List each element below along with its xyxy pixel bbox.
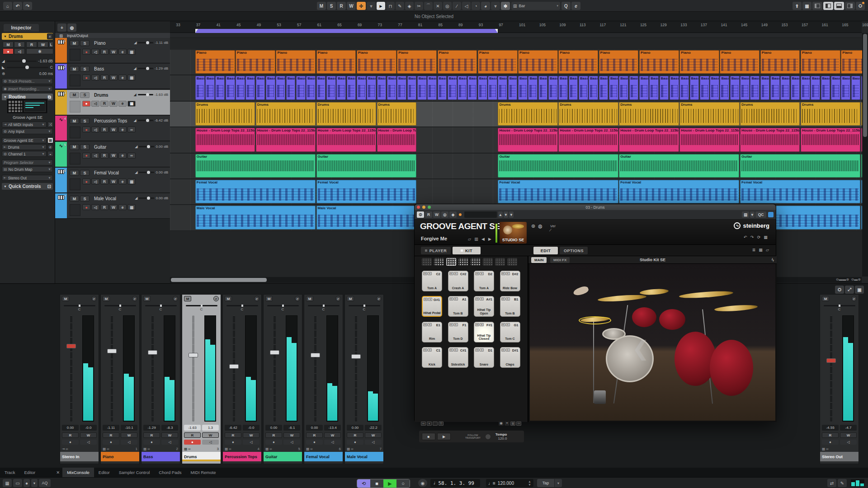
lane-bass[interactable]: BassBassBassBassBassBassBassBassBassBass… bbox=[170, 75, 862, 101]
track-edit-button[interactable]: e bbox=[118, 101, 127, 107]
strip-edit-button[interactable]: e bbox=[213, 296, 219, 301]
lane-femal-vocal[interactable]: Femal VocalFemal VocalFemal VocalFemal V… bbox=[170, 179, 862, 205]
pan-slider[interactable] bbox=[145, 305, 177, 306]
strip-edit-button[interactable]: e bbox=[91, 296, 97, 301]
plugin-sidechain-icon[interactable]: ◆ bbox=[449, 211, 457, 218]
clip-bass[interactable]: Bass bbox=[296, 76, 306, 99]
strip-monitor-button[interactable]: ◁ bbox=[80, 440, 97, 445]
clip-bass[interactable]: Bass bbox=[821, 76, 830, 99]
pad-solo-mini[interactable]: s bbox=[428, 272, 432, 275]
strip-edit-button[interactable]: e bbox=[132, 296, 137, 301]
strip-monitor-button[interactable]: ◁ bbox=[365, 440, 382, 445]
pan-slider[interactable] bbox=[349, 305, 380, 306]
clip-piano[interactable]: Piano bbox=[599, 50, 639, 74]
inspector-track-header[interactable]: ▼ Drums bbox=[2, 33, 53, 40]
crash2-cymbal-icon[interactable] bbox=[714, 304, 758, 313]
tool-color-icon[interactable]: ◔ bbox=[472, 2, 480, 10]
strip-mute-button[interactable]: M bbox=[143, 296, 151, 301]
track-record-button[interactable]: ● bbox=[82, 101, 90, 107]
clip-bass[interactable]: Bass bbox=[347, 76, 356, 99]
out-edit-button[interactable]: e bbox=[47, 144, 53, 150]
tool-line-icon[interactable]: ∕ bbox=[453, 2, 461, 10]
strip-name[interactable]: Guitar bbox=[264, 452, 302, 461]
track-monitor-button[interactable]: ◁ bbox=[91, 204, 99, 210]
clip-bass[interactable]: Bass bbox=[215, 76, 225, 99]
track-read-button[interactable]: R bbox=[100, 75, 108, 80]
clip-drums[interactable]: Drums bbox=[316, 102, 376, 126]
strip-mute-button[interactable]: M bbox=[265, 296, 273, 301]
strip-edit-button[interactable]: e bbox=[173, 296, 178, 301]
tempo-spinner-icon[interactable]: ▲▼ bbox=[528, 480, 531, 486]
clip-drums[interactable]: Drums bbox=[256, 102, 316, 126]
lowerzone-tab-chord-pads[interactable]: Chord Pads bbox=[154, 468, 186, 477]
program-selector[interactable]: Program Selector ▼ bbox=[2, 160, 53, 165]
hub-icon[interactable]: ⌂ bbox=[3, 2, 12, 10]
strip-peak-value[interactable]: -6.1 bbox=[283, 425, 300, 431]
track-header-male-vocal[interactable]: 7MSMale Vocal◢0.00 dB●◁RWe▦ bbox=[55, 193, 170, 219]
lightning-icon[interactable]: ϟ bbox=[772, 258, 774, 263]
pad-tom-d[interactable]: msF1Tom D bbox=[448, 322, 468, 343]
pad-mute-mini[interactable]: m bbox=[501, 348, 505, 352]
pad-solo-mini[interactable]: s bbox=[480, 297, 484, 300]
mixer-strip-percussion-tops[interactable]: MeC-6.42-0.0RW●◁▦ ∞4Percussion Tops bbox=[222, 294, 262, 464]
ball-icon[interactable]: ◍ bbox=[538, 223, 542, 229]
strip-edit-button[interactable]: e bbox=[335, 296, 341, 301]
follow-transport-label[interactable]: FOLLOWTRANSPORT bbox=[465, 434, 481, 439]
tab-player[interactable]: PLAYER bbox=[421, 247, 451, 254]
mixer-strip-guitar[interactable]: MeC0.00-6.1RW●◁▦ ∞5Guitar bbox=[263, 294, 302, 464]
clip-guitar[interactable]: Guitar bbox=[619, 154, 739, 178]
strip-peak-value[interactable]: -22.2 bbox=[365, 425, 382, 431]
track-image-box[interactable] bbox=[70, 101, 80, 113]
strip-volume-value[interactable]: -1.11 bbox=[103, 425, 119, 431]
lane-drums[interactable]: DrumsDrumsDrumsDrumsDrumsDrumsDrumsDrums… bbox=[170, 102, 862, 127]
pad-solo-mini[interactable]: s bbox=[428, 348, 432, 352]
clip-bass[interactable]: Bass bbox=[750, 76, 760, 99]
grid-type-select[interactable]: ⊞ Bar ▾ bbox=[511, 2, 560, 10]
cycle-end-flag[interactable] bbox=[495, 29, 498, 33]
clip-bass[interactable]: Bass bbox=[720, 76, 729, 99]
instrument-select[interactable]: Groove Agent SE ▼ bbox=[2, 137, 47, 143]
strip-write-button[interactable]: W bbox=[202, 432, 219, 438]
clip-bass[interactable]: Bass bbox=[448, 76, 457, 99]
clip-piano[interactable]: Piano bbox=[236, 50, 275, 74]
strip-edit-button[interactable]: e bbox=[295, 296, 300, 301]
pad-mute-mini[interactable]: m bbox=[501, 323, 505, 326]
plugin-preset-field[interactable] bbox=[464, 211, 497, 218]
clip-piano[interactable]: Piano bbox=[438, 50, 477, 74]
keyboard-icon[interactable]: ▦ bbox=[763, 234, 769, 240]
pad-mute-mini[interactable]: m bbox=[423, 272, 427, 275]
track-header-guitar[interactable]: ∿5MSGuitar◢0.00 dB●◁RWe∞ bbox=[55, 142, 170, 167]
instrument-thumbnail[interactable] bbox=[6, 99, 48, 114]
track-edit-button[interactable]: e bbox=[118, 204, 127, 210]
clip-bass[interactable]: Bass bbox=[569, 76, 578, 99]
time-display[interactable]: ♩ 58. 1. 3. 99 bbox=[430, 479, 480, 487]
tom2-icon[interactable] bbox=[659, 309, 685, 330]
clip-bass[interactable]: Bass bbox=[417, 76, 427, 99]
clip-bass[interactable]: Bass bbox=[467, 76, 477, 99]
pad-solo-icon[interactable]: s bbox=[427, 422, 432, 426]
listen-button[interactable]: L bbox=[49, 42, 53, 47]
autoscroll-button[interactable]: ✣ bbox=[357, 2, 366, 10]
export-icon[interactable]: ⬆ bbox=[793, 2, 802, 10]
leftzone-toggle[interactable] bbox=[823, 2, 833, 10]
lowerzone-expand-icon[interactable]: ⤢ bbox=[845, 286, 854, 294]
fader-cap[interactable] bbox=[351, 354, 361, 359]
pattern-knob[interactable] bbox=[485, 434, 491, 440]
track-image-box[interactable] bbox=[70, 49, 80, 61]
refresh-icon[interactable]: ⟳ bbox=[756, 234, 762, 240]
track-mute-button[interactable]: M bbox=[70, 92, 79, 98]
strip-volume-value[interactable]: 0.00 bbox=[347, 425, 363, 431]
track-record-button[interactable]: ● bbox=[82, 75, 90, 80]
clip-bass[interactable]: Bass bbox=[458, 76, 467, 99]
pad-hihat-pedal[interactable]: msG#1Hihat Pedal bbox=[422, 296, 442, 317]
clip-bass[interactable]: Bass bbox=[660, 76, 669, 99]
fader-cap[interactable] bbox=[826, 358, 836, 363]
strip-read-button[interactable]: R bbox=[184, 432, 201, 438]
preset-menu-icon[interactable]: ▾ bbox=[509, 211, 514, 218]
track-read-button[interactable]: R bbox=[100, 153, 108, 159]
track-mute-button[interactable]: M bbox=[70, 196, 79, 202]
cycle-region[interactable] bbox=[195, 29, 498, 33]
punch-icon[interactable]: ◉ bbox=[418, 479, 427, 487]
strip-write-button[interactable]: W bbox=[80, 432, 97, 438]
fader-cap[interactable] bbox=[148, 350, 157, 355]
